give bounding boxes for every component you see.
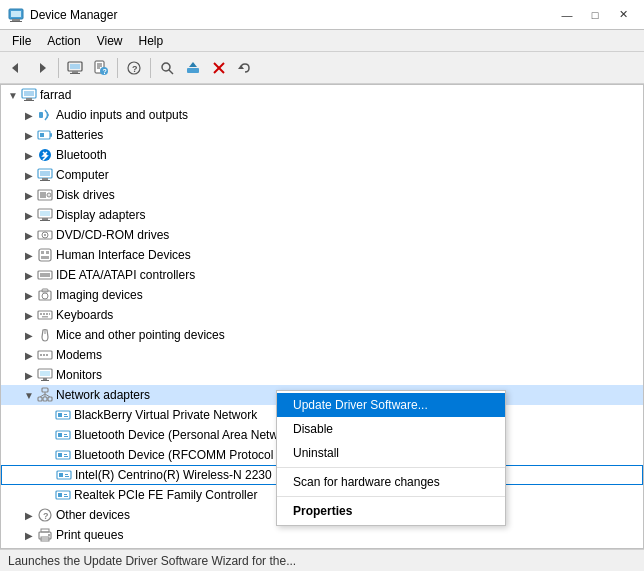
help-icon: ? xyxy=(126,60,142,76)
tree-item-hid[interactable]: ▶ Human Interface Devices xyxy=(1,245,643,265)
scan-icon xyxy=(159,60,175,76)
forward-button[interactable] xyxy=(30,56,54,80)
dvd-arrow: ▶ xyxy=(21,227,37,243)
processors-arrow: ▶ xyxy=(21,547,37,549)
network-label: Network adapters xyxy=(56,388,150,402)
svg-rect-9 xyxy=(70,73,80,74)
computer-arrow: ▶ xyxy=(21,167,37,183)
print-arrow: ▶ xyxy=(21,527,37,543)
imaging-arrow: ▶ xyxy=(21,287,37,303)
tree-item-audio[interactable]: ▶ Audio inputs and outputs xyxy=(1,105,643,125)
context-menu-properties[interactable]: Properties xyxy=(277,499,505,523)
svg-rect-28 xyxy=(24,100,34,101)
tree-item-imaging[interactable]: ▶ Imaging devices xyxy=(1,285,643,305)
rollback-button[interactable] xyxy=(233,56,257,80)
context-menu-disable[interactable]: Disable xyxy=(277,417,505,441)
context-menu-separator xyxy=(277,467,505,468)
bt-rfcomm-arrow xyxy=(39,447,55,463)
tree-item-modems[interactable]: ▶ Modems xyxy=(1,345,643,365)
imaging-label: Imaging devices xyxy=(56,288,143,302)
menu-item-file[interactable]: File xyxy=(4,32,39,50)
svg-point-18 xyxy=(162,63,170,71)
dvd-icon xyxy=(37,227,53,243)
bt-rfcomm-label: Bluetooth Device (RFCOMM Protocol TDI) xyxy=(74,448,300,462)
context-menu-scan[interactable]: Scan for hardware changes xyxy=(277,470,505,494)
svg-rect-32 xyxy=(50,133,52,137)
tree-item-disk[interactable]: ▶ Disk drives xyxy=(1,185,643,205)
tree-item-display[interactable]: ▶ Display adapters xyxy=(1,205,643,225)
tree-item-dvd[interactable]: ▶ DVD/CD-ROM drives xyxy=(1,225,643,245)
svg-text:?: ? xyxy=(43,511,49,521)
network-arrow: ▼ xyxy=(21,387,37,403)
svg-rect-35 xyxy=(40,171,50,176)
properties-button[interactable]: ? xyxy=(89,56,113,80)
svg-rect-63 xyxy=(42,316,48,318)
svg-rect-72 xyxy=(41,380,49,381)
svg-rect-54 xyxy=(40,273,50,277)
svg-rect-45 xyxy=(40,220,50,221)
bt-pan-label: Bluetooth Device (Personal Area Network) xyxy=(74,428,299,442)
uninstall-button[interactable] xyxy=(207,56,231,80)
update-driver-button[interactable] xyxy=(181,56,205,80)
update-driver-label: Update Driver Software... xyxy=(293,398,428,412)
svg-rect-76 xyxy=(43,397,47,401)
svg-point-41 xyxy=(49,195,50,196)
tree-item-mice[interactable]: ▶ Mice and other pointing devices xyxy=(1,325,643,345)
context-menu-update-driver[interactable]: Update Driver Software... xyxy=(277,393,505,417)
svg-rect-71 xyxy=(43,378,47,380)
svg-rect-52 xyxy=(41,256,49,259)
close-button[interactable]: ✕ xyxy=(610,5,636,25)
modems-arrow: ▶ xyxy=(21,347,37,363)
tree-item-ide[interactable]: ▶ IDE ATA/ATAPI controllers xyxy=(1,265,643,285)
intel-wireless-arrow xyxy=(40,467,56,483)
maximize-button[interactable]: □ xyxy=(582,5,608,25)
svg-rect-82 xyxy=(64,414,67,415)
computer-button[interactable] xyxy=(63,56,87,80)
menu-item-view[interactable]: View xyxy=(89,32,131,50)
svg-rect-89 xyxy=(58,453,62,457)
svg-rect-93 xyxy=(59,473,63,477)
disk-label: Disk drives xyxy=(56,188,115,202)
svg-rect-43 xyxy=(40,211,50,216)
menu-item-help[interactable]: Help xyxy=(131,32,172,50)
minimize-button[interactable]: — xyxy=(554,5,580,25)
device-tree[interactable]: ▼ farrad ▶ Audio inputs a xyxy=(0,84,644,549)
svg-text:?: ? xyxy=(103,68,107,75)
svg-rect-50 xyxy=(41,251,44,254)
root-label: farrad xyxy=(40,88,71,102)
tree-item-processors[interactable]: ▶ Proces xyxy=(1,545,643,549)
realtek-arrow xyxy=(39,487,55,503)
tree-item-batteries[interactable]: ▶ Batteries xyxy=(1,125,643,145)
help-button[interactable]: ? xyxy=(122,56,146,80)
ide-arrow: ▶ xyxy=(21,267,37,283)
svg-line-19 xyxy=(169,70,173,74)
svg-rect-86 xyxy=(64,434,67,435)
context-menu-uninstall[interactable]: Uninstall xyxy=(277,441,505,465)
scan-button[interactable] xyxy=(155,56,179,80)
tree-item-print[interactable]: ▶ Print queues xyxy=(1,525,643,545)
tree-item-keyboards[interactable]: ▶ Keyboards xyxy=(1,305,643,325)
tree-item-bluetooth[interactable]: ▶ Bluetooth xyxy=(1,145,643,165)
disk-arrow: ▶ xyxy=(21,187,37,203)
svg-rect-60 xyxy=(43,313,45,315)
back-button[interactable] xyxy=(4,56,28,80)
monitors-icon xyxy=(37,367,53,383)
computer-tree-icon2 xyxy=(37,167,53,183)
window-title: Device Manager xyxy=(30,8,117,22)
svg-rect-39 xyxy=(40,192,46,198)
menu-item-action[interactable]: Action xyxy=(39,32,88,50)
tree-root[interactable]: ▼ farrad xyxy=(1,85,643,105)
svg-rect-1 xyxy=(11,11,21,17)
svg-point-68 xyxy=(46,354,48,356)
svg-rect-98 xyxy=(64,494,67,495)
hid-arrow: ▶ xyxy=(21,247,37,263)
tree-item-monitors[interactable]: ▶ Monitors xyxy=(1,365,643,385)
monitors-label: Monitors xyxy=(56,368,102,382)
root-arrow: ▼ xyxy=(5,87,21,103)
tree-item-computer[interactable]: ▶ Computer xyxy=(1,165,643,185)
svg-point-56 xyxy=(42,293,48,299)
audio-arrow: ▶ xyxy=(21,107,37,123)
display-icon xyxy=(37,207,53,223)
svg-rect-70 xyxy=(40,371,50,376)
status-text: Launches the Update Driver Software Wiza… xyxy=(8,554,296,568)
